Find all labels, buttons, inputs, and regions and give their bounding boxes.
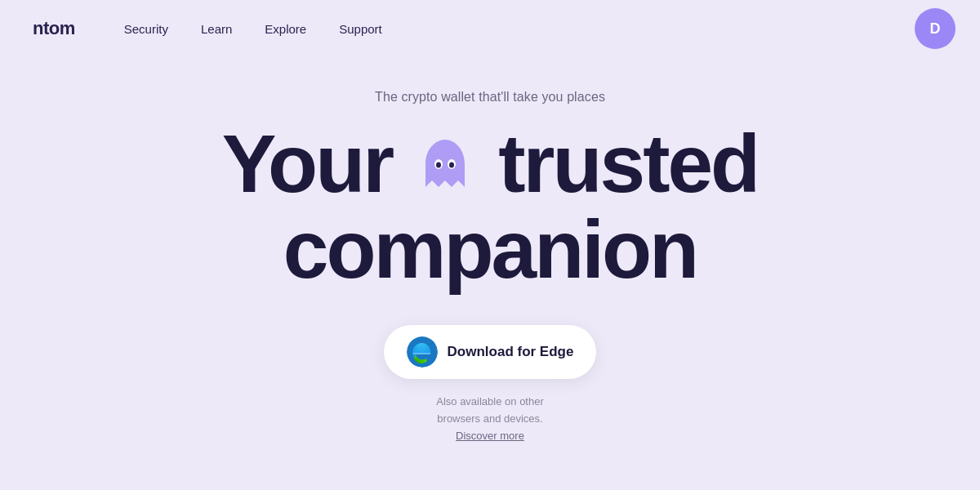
logo[interactable]: ntom bbox=[33, 18, 75, 39]
headline-word-your: Your bbox=[222, 121, 392, 207]
discover-more-link[interactable]: Discover more bbox=[456, 430, 524, 442]
nav-security[interactable]: Security bbox=[124, 22, 168, 36]
availability-text: Also available on otherbrowsers and devi… bbox=[436, 394, 544, 444]
hero-headline: Your trusted companion bbox=[222, 121, 758, 292]
svg-point-1 bbox=[436, 162, 441, 167]
hero-section: The crypto wallet that'll take you place… bbox=[0, 57, 980, 444]
nav-links: Security Learn Explore Support bbox=[124, 22, 947, 36]
nav-explore[interactable]: Explore bbox=[265, 22, 306, 36]
nav-cta-label: D bbox=[930, 20, 941, 38]
navbar: ntom Security Learn Explore Support D bbox=[0, 0, 980, 57]
hero-headline-row2: companion bbox=[222, 207, 758, 292]
also-available-text: Also available on otherbrowsers and devi… bbox=[436, 395, 544, 425]
download-label: Download for Edge bbox=[448, 344, 574, 360]
edge-browser-icon bbox=[407, 336, 438, 368]
nav-support[interactable]: Support bbox=[339, 22, 382, 36]
nav-learn[interactable]: Learn bbox=[201, 22, 232, 36]
hero-subtitle: The crypto wallet that'll take you place… bbox=[375, 90, 605, 105]
headline-word-trusted: trusted bbox=[498, 121, 758, 207]
download-edge-button[interactable]: Download for Edge bbox=[384, 325, 597, 379]
nav-cta-button[interactable]: D bbox=[915, 8, 956, 49]
ghost-mascot-icon bbox=[408, 127, 482, 201]
headline-word-companion: companion bbox=[283, 203, 697, 295]
svg-point-3 bbox=[449, 162, 454, 167]
hero-headline-row1: Your trusted bbox=[222, 121, 758, 207]
